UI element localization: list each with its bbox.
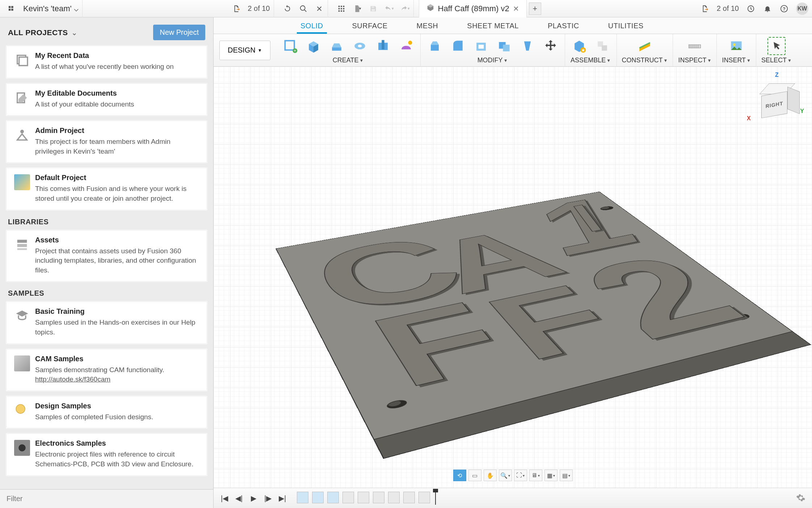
extrude-icon[interactable]: [328, 37, 346, 55]
timeline-feature[interactable]: [297, 492, 308, 503]
timeline-end-icon[interactable]: ▶|: [277, 493, 287, 503]
projects-header[interactable]: ALL PROJECTS: [8, 28, 68, 37]
redo-icon[interactable]: ▾: [400, 4, 410, 13]
timeline-feature[interactable]: [373, 492, 384, 503]
sample-cam[interactable]: CAM Samples Samples demonstrating CAM fu…: [6, 349, 207, 391]
tab-utilities[interactable]: UTILITIES: [605, 22, 647, 34]
timeline-step-back-icon[interactable]: ◀|: [234, 493, 244, 503]
tab-surface[interactable]: SURFACE: [349, 22, 391, 34]
close-panel-icon[interactable]: [315, 4, 324, 13]
new-file-icon[interactable]: ▾: [353, 4, 362, 13]
select-tool-icon[interactable]: [767, 37, 786, 55]
team-hub-dropdown[interactable]: Kevin's 'team' ⌵: [23, 4, 79, 13]
viewport-canvas[interactable]: Z Y X RIGHT C A F F 1: [214, 67, 812, 508]
undo-icon[interactable]: ▾: [384, 4, 394, 13]
filter-input[interactable]: [7, 495, 207, 503]
file-export-icon-right[interactable]: [700, 4, 710, 13]
grid-apps-icon[interactable]: [337, 4, 346, 13]
timeline-start-icon[interactable]: |◀: [219, 493, 230, 503]
document-title: Haff Caff (89mm) v2: [438, 4, 509, 13]
cam-link[interactable]: http://autode.sk/f360cam: [35, 375, 110, 383]
cube-front[interactable]: RIGHT: [761, 91, 787, 118]
search-icon[interactable]: [299, 4, 308, 13]
new-project-button[interactable]: New Project: [153, 25, 205, 40]
project-recent-data[interactable]: My Recent Data A list of what you've rec…: [6, 45, 207, 79]
help-icon[interactable]: ?: [779, 4, 789, 13]
inspect-dropdown[interactable]: INSPECT▼: [678, 57, 711, 64]
timeline-feature[interactable]: [418, 492, 430, 503]
sample-design[interactable]: Design Samples Samples of completed Fusi…: [6, 396, 207, 429]
look-at-icon[interactable]: ▭: [468, 470, 481, 481]
box-icon[interactable]: [304, 37, 323, 55]
construct-dropdown[interactable]: CONSTRUCT▼: [622, 57, 668, 64]
timeline-feature[interactable]: [403, 492, 415, 503]
timeline-feature[interactable]: [327, 492, 339, 503]
form-icon[interactable]: [397, 37, 415, 55]
insert-image-icon[interactable]: [727, 37, 745, 55]
pan-icon[interactable]: ✋: [484, 470, 497, 481]
timeline-marker[interactable]: [435, 492, 436, 505]
job-status-right[interactable]: 2 of 10: [717, 4, 739, 13]
data-panel-icon[interactable]: [7, 4, 17, 13]
close-tab-icon[interactable]: ✕: [513, 4, 519, 13]
measure-icon[interactable]: [686, 37, 704, 55]
view-cube[interactable]: Z Y X RIGHT: [754, 78, 798, 125]
combine-icon[interactable]: [495, 37, 513, 55]
chevron-down-icon[interactable]: ⌄: [71, 28, 77, 37]
revolve-icon[interactable]: [351, 37, 369, 55]
plane-icon[interactable]: [636, 37, 654, 55]
timeline-feature[interactable]: [358, 492, 369, 503]
new-component-icon[interactable]: ★: [570, 37, 588, 55]
sample-basic-training[interactable]: Basic Training Samples used in the Hands…: [6, 301, 207, 344]
sketch-icon[interactable]: +: [281, 37, 299, 55]
display-settings-icon[interactable]: 🖥▾: [529, 470, 542, 481]
sample-electronics[interactable]: Electronics Samples Electronic project f…: [6, 433, 207, 476]
timeline-feature[interactable]: [342, 492, 354, 503]
insert-dropdown[interactable]: INSERT▼: [722, 57, 751, 64]
draft-icon[interactable]: [518, 37, 537, 55]
timeline-step-fwd-icon[interactable]: |▶: [263, 493, 273, 503]
joint-icon[interactable]: [593, 37, 611, 55]
save-icon[interactable]: [369, 4, 378, 13]
move-icon[interactable]: [542, 37, 560, 55]
job-status-left[interactable]: 2 of 10: [248, 4, 270, 13]
viewport-layout-icon[interactable]: ▤▾: [560, 470, 573, 481]
user-avatar[interactable]: KW: [796, 3, 808, 15]
select-dropdown[interactable]: SELECT▼: [761, 57, 792, 64]
clock-icon[interactable]: [746, 4, 756, 13]
shell-icon[interactable]: [472, 37, 490, 55]
axis-z: Z: [775, 72, 779, 78]
tab-plastic[interactable]: PLASTIC: [544, 22, 583, 34]
fillet-icon[interactable]: [449, 37, 467, 55]
project-editable-docs[interactable]: My Editable Documents A list of your edi…: [6, 83, 207, 116]
modify-dropdown[interactable]: MODIFY▼: [477, 57, 508, 64]
workspace-switcher[interactable]: DESIGN▼: [219, 41, 270, 60]
cube-side[interactable]: [787, 87, 800, 114]
timeline-settings-icon[interactable]: [796, 493, 805, 504]
timeline-play-icon[interactable]: ▶: [248, 493, 258, 503]
tab-sheet-metal[interactable]: SHEET METAL: [463, 22, 522, 34]
library-assets[interactable]: Assets Project that contains assets used…: [6, 230, 207, 282]
notifications-icon[interactable]: [763, 4, 772, 13]
group-construct: CONSTRUCT▼: [617, 34, 673, 66]
file-export-icon[interactable]: [232, 4, 241, 13]
document-tab[interactable]: Haff Caff (89mm) v2 ✕: [419, 0, 527, 17]
tab-mesh[interactable]: MESH: [413, 22, 442, 34]
hole-icon[interactable]: [374, 37, 392, 55]
grid-settings-icon[interactable]: ▦▾: [544, 470, 558, 481]
timeline-feature[interactable]: [388, 492, 400, 503]
refresh-icon[interactable]: [283, 4, 292, 13]
assemble-dropdown[interactable]: ASSEMBLE▼: [571, 57, 611, 64]
project-default[interactable]: Default Project This comes with Fusion a…: [6, 167, 207, 210]
project-admin[interactable]: Admin Project This project is for team m…: [6, 120, 207, 163]
create-dropdown[interactable]: CREATE▼: [333, 57, 364, 64]
zoom-icon[interactable]: 🔍▾: [499, 470, 512, 481]
model[interactable]: C A F F 1 / 2: [275, 191, 793, 440]
tab-solid[interactable]: SOLID: [297, 22, 327, 34]
fit-icon[interactable]: ⛶▾: [514, 470, 527, 481]
timeline-feature[interactable]: [312, 492, 324, 503]
orbit-icon[interactable]: ⟲: [453, 470, 466, 481]
new-tab-button[interactable]: +: [529, 3, 541, 15]
presspull-icon[interactable]: [426, 37, 444, 55]
svg-rect-19: [17, 240, 27, 242]
